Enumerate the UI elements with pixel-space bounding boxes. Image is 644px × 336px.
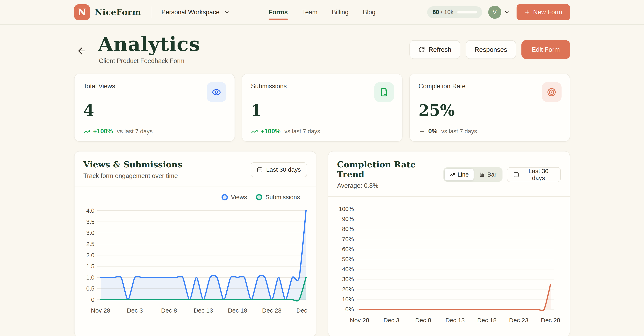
nav-forms[interactable]: Forms <box>268 0 288 24</box>
chart-type-toggle: Line Bar <box>444 167 502 182</box>
svg-text:Dec 8: Dec 8 <box>161 307 177 314</box>
stat-label: Total Views <box>84 83 226 90</box>
stat-label: Submissions <box>251 83 393 90</box>
edit-form-label: Edit Form <box>532 46 560 53</box>
chart-subtitle: Average: 0.8% <box>337 182 444 190</box>
completion-rate-chart[interactable]: 100%90%80%70%60%50%40%30%20%10%0%Nov 28D… <box>337 201 562 332</box>
page-title: Analytics <box>98 35 200 54</box>
trend-up-icon <box>251 128 258 135</box>
stat-delta-note: vs last 7 days <box>117 128 153 135</box>
svg-text:90%: 90% <box>342 216 354 222</box>
responses-button[interactable]: Responses <box>466 40 516 59</box>
nav-team[interactable]: Team <box>302 0 318 24</box>
svg-text:20%: 20% <box>342 286 354 293</box>
trend-up-icon <box>84 128 90 135</box>
submissions-card: Submissions 1 +100% vs last 7 days <box>242 74 402 142</box>
new-form-button[interactable]: New Form <box>516 4 570 20</box>
toggle-bar[interactable]: Bar <box>474 169 501 181</box>
svg-text:70%: 70% <box>342 236 354 242</box>
chart-legend: Views Submissions <box>83 190 310 205</box>
svg-text:40%: 40% <box>342 266 354 272</box>
usage-quota-badge[interactable]: 80 / 10k <box>427 6 482 18</box>
svg-text:30%: 30% <box>342 276 354 282</box>
responses-label: Responses <box>474 46 507 53</box>
chart-title: Completion Rate Trend <box>337 160 444 179</box>
legend-views[interactable]: Views <box>222 194 247 201</box>
stat-delta-note: vs last 7 days <box>441 128 477 135</box>
svg-text:4.0: 4.0 <box>86 207 94 214</box>
svg-text:Nov 28: Nov 28 <box>91 307 110 314</box>
minus-icon <box>418 128 425 135</box>
legend-label: Views <box>231 194 247 201</box>
plus-icon <box>524 9 530 15</box>
workspace-name: Personal Workspace <box>162 9 220 16</box>
submissions-legend-marker <box>256 194 262 200</box>
svg-text:Dec 8: Dec 8 <box>415 317 431 323</box>
svg-text:Dec 18: Dec 18 <box>228 307 247 314</box>
svg-text:Dec 18: Dec 18 <box>477 317 496 323</box>
nav-blog[interactable]: Blog <box>363 0 376 24</box>
views-legend-marker <box>222 194 228 200</box>
svg-text:Dec 23: Dec 23 <box>262 307 282 314</box>
chart-subtitle: Track form engagement over time <box>84 172 182 180</box>
stat-value: 4 <box>84 101 226 119</box>
target-icon <box>542 82 562 102</box>
date-range-button[interactable]: Last 30 days <box>507 167 560 182</box>
header-divider <box>152 7 152 18</box>
brand-name: NiceForm <box>95 7 141 17</box>
back-button[interactable] <box>76 46 87 56</box>
main-nav: Forms Team Billing Blog <box>268 0 376 24</box>
stat-delta: +100% <box>93 128 113 135</box>
workspace-selector[interactable]: Personal Workspace <box>162 9 230 16</box>
toggle-bar-label: Bar <box>487 171 496 178</box>
svg-text:Dec 3: Dec 3 <box>127 307 142 314</box>
niceform-logo[interactable]: N <box>74 4 90 20</box>
usage-used: 80 <box>432 9 439 16</box>
stat-delta-note: vs last 7 days <box>284 128 320 135</box>
refresh-label: Refresh <box>428 46 452 53</box>
views-submissions-chart[interactable]: 4.03.53.02.52.01.51.00.50Nov 28Dec 3Dec … <box>83 205 308 324</box>
top-header: N NiceForm Personal Workspace Forms Team… <box>0 0 644 25</box>
total-views-card: Total Views 4 +100% vs last 7 days <box>74 74 235 142</box>
svg-text:Dec 23: Dec 23 <box>509 317 528 323</box>
svg-text:1.0: 1.0 <box>86 274 94 281</box>
svg-text:Dec 3: Dec 3 <box>384 317 399 323</box>
logo-letter: N <box>78 7 86 17</box>
file-check-icon <box>374 82 394 102</box>
svg-text:Nov 28: Nov 28 <box>350 317 369 323</box>
svg-text:0%: 0% <box>345 306 354 312</box>
svg-text:3.5: 3.5 <box>86 219 94 225</box>
stat-cards: Total Views 4 +100% vs last 7 days Submi… <box>74 74 570 142</box>
svg-text:10%: 10% <box>342 296 354 302</box>
svg-text:Dec 13: Dec 13 <box>445 317 464 323</box>
svg-text:3.0: 3.0 <box>86 230 94 236</box>
usage-limit: 10k <box>444 9 454 16</box>
avatar-chevron-down-icon[interactable] <box>504 9 510 15</box>
stat-delta: 0% <box>428 128 438 135</box>
trend-up-icon <box>450 172 455 177</box>
stat-delta: +100% <box>261 128 280 135</box>
date-range-button[interactable]: Last 30 days <box>251 162 307 177</box>
legend-submissions[interactable]: Submissions <box>256 194 300 201</box>
completion-rate-card: Completion Rate 25% 0% vs last 7 days <box>409 74 570 142</box>
completion-trend-card: Completion Rate Trend Average: 0.8% Line <box>328 151 570 336</box>
svg-text:0.5: 0.5 <box>86 285 94 292</box>
arrow-left-icon <box>76 46 87 56</box>
calendar-icon <box>513 172 519 178</box>
refresh-button[interactable]: Refresh <box>410 40 460 59</box>
views-submissions-card: Views & Submissions Track form engagemen… <box>74 151 316 336</box>
user-avatar[interactable]: V <box>488 6 501 19</box>
bar-chart-icon <box>479 172 485 177</box>
stat-value: 25% <box>418 101 561 119</box>
toggle-line-label: Line <box>458 171 469 178</box>
svg-text:100%: 100% <box>338 206 354 212</box>
svg-text:0: 0 <box>91 296 94 303</box>
svg-text:Dec 13: Dec 13 <box>194 307 213 314</box>
usage-separator: / <box>441 9 442 16</box>
nav-billing[interactable]: Billing <box>332 0 348 24</box>
date-range-label: Last 30 days <box>266 166 301 173</box>
edit-form-button[interactable]: Edit Form <box>522 40 570 59</box>
toggle-line[interactable]: Line <box>445 169 474 181</box>
stat-label: Completion Rate <box>418 83 561 90</box>
svg-text:50%: 50% <box>342 256 354 262</box>
